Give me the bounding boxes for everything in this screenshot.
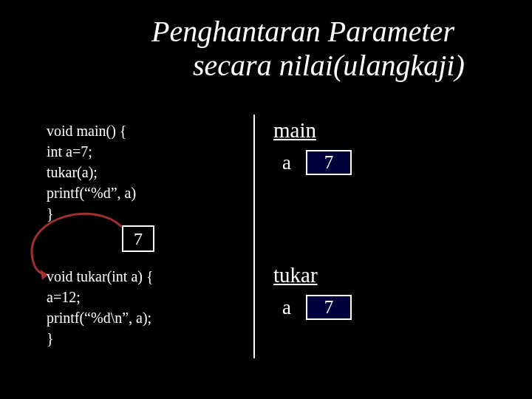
vertical-divider [253,115,255,358]
code-block-tukar: void tukar(int a) { a=12; printf(“%d\n”,… [47,266,154,349]
title-line-1: Penghantaran Parameter [151,15,454,48]
stack-var-tukar-a: a 7 [282,295,352,320]
stack-heading-tukar: tukar [273,263,318,287]
passed-value-box: 7 [122,225,154,252]
slide: Penghantaran Parameter secara nilai(ulan… [0,0,532,399]
var-value-box: 7 [306,295,352,320]
slide-title: Penghantaran Parameter secara nilai(ulan… [151,15,521,83]
code-block-main: void main() { int a=7; tukar(a); printf(… [47,120,136,224]
var-label: a [282,151,291,174]
title-line-2: secara nilai(ulangkaji) [151,49,465,82]
var-label: a [282,296,291,319]
var-value-box: 7 [306,150,352,175]
stack-heading-main: main [273,118,316,143]
stack-var-main-a: a 7 [282,150,352,175]
